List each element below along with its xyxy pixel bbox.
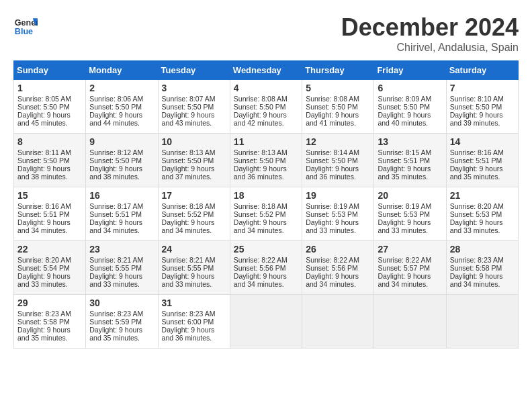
sunrise-text: Sunrise: 8:22 AM xyxy=(234,256,287,264)
day-cell-5: 5Sunrise: 8:08 AMSunset: 5:50 PMDaylight… xyxy=(302,80,374,134)
sunset-text: Sunset: 5:50 PM xyxy=(89,156,142,165)
sunset-text: Sunset: 5:51 PM xyxy=(17,210,70,218)
daylight-text: Daylight: 9 hours and 33 minutes. xyxy=(17,272,71,288)
sunrise-text: Sunrise: 8:09 AM xyxy=(378,95,431,103)
daylight-text: Daylight: 9 hours and 35 minutes. xyxy=(89,326,142,342)
sunset-text: Sunset: 5:50 PM xyxy=(234,156,286,165)
day-number: 24 xyxy=(162,244,226,255)
day-cell-13: 13Sunrise: 8:15 AMSunset: 5:51 PMDayligh… xyxy=(374,134,446,187)
header-row: SundayMondayTuesdayWednesdayThursdayFrid… xyxy=(14,61,519,80)
day-cell-9: 9Sunrise: 8:12 AMSunset: 5:50 PMDaylight… xyxy=(86,134,158,187)
day-cell-29: 29Sunrise: 8:23 AMSunset: 5:58 PMDayligh… xyxy=(14,295,86,349)
day-cell-3: 3Sunrise: 8:07 AMSunset: 5:50 PMDaylight… xyxy=(158,80,230,134)
day-number: 9 xyxy=(89,136,154,147)
day-cell-18: 18Sunrise: 8:18 AMSunset: 5:52 PMDayligh… xyxy=(230,187,302,241)
sunset-text: Sunset: 5:51 PM xyxy=(378,156,430,165)
day-number: 4 xyxy=(234,83,298,93)
sunrise-text: Sunrise: 8:05 AM xyxy=(17,95,71,103)
day-cell-11: 11Sunrise: 8:13 AMSunset: 5:50 PMDayligh… xyxy=(230,134,302,187)
day-number: 26 xyxy=(306,244,370,255)
day-number: 31 xyxy=(162,298,226,308)
sunset-text: Sunset: 5:52 PM xyxy=(234,210,286,218)
day-number: 27 xyxy=(378,244,442,255)
day-number: 6 xyxy=(378,83,442,93)
sunrise-text: Sunrise: 8:11 AM xyxy=(17,148,71,156)
sunset-text: Sunset: 5:52 PM xyxy=(162,210,214,218)
sunrise-text: Sunrise: 8:20 AM xyxy=(450,202,504,210)
sunset-text: Sunset: 5:51 PM xyxy=(89,210,142,218)
sunset-text: Sunset: 5:57 PM xyxy=(378,264,430,272)
week-row-1: 1Sunrise: 8:05 AMSunset: 5:50 PMDaylight… xyxy=(14,80,519,134)
day-cell-4: 4Sunrise: 8:08 AMSunset: 5:50 PMDaylight… xyxy=(230,80,302,134)
sunrise-text: Sunrise: 8:20 AM xyxy=(17,256,71,264)
day-cell-31: 31Sunrise: 8:23 AMSunset: 6:00 PMDayligh… xyxy=(158,295,230,349)
day-number: 23 xyxy=(89,244,154,255)
sunset-text: Sunset: 5:50 PM xyxy=(306,156,358,165)
day-cell-17: 17Sunrise: 8:18 AMSunset: 5:52 PMDayligh… xyxy=(158,187,230,241)
daylight-text: Daylight: 9 hours and 33 minutes. xyxy=(450,218,503,234)
sunrise-text: Sunrise: 8:22 AM xyxy=(306,256,359,264)
daylight-text: Daylight: 9 hours and 39 minutes. xyxy=(450,111,503,127)
sunrise-text: Sunrise: 8:07 AM xyxy=(162,95,216,103)
sunrise-text: Sunrise: 8:10 AM xyxy=(450,95,504,103)
sunset-text: Sunset: 5:50 PM xyxy=(17,103,70,111)
svg-text:Blue: Blue xyxy=(15,27,33,36)
day-number: 30 xyxy=(89,298,154,308)
sunrise-text: Sunrise: 8:13 AM xyxy=(162,148,216,156)
daylight-text: Daylight: 9 hours and 34 minutes. xyxy=(234,218,287,234)
day-header-monday: Monday xyxy=(86,61,158,80)
sunrise-text: Sunrise: 8:12 AM xyxy=(89,148,143,156)
day-number: 29 xyxy=(17,298,82,308)
sunset-text: Sunset: 5:50 PM xyxy=(162,103,214,111)
daylight-text: Daylight: 9 hours and 36 minutes. xyxy=(162,326,215,342)
day-number: 28 xyxy=(450,244,515,255)
week-row-5: 29Sunrise: 8:23 AMSunset: 5:58 PMDayligh… xyxy=(14,295,519,349)
daylight-text: Daylight: 9 hours and 35 minutes. xyxy=(378,165,431,181)
day-cell-20: 20Sunrise: 8:19 AMSunset: 5:53 PMDayligh… xyxy=(374,187,446,241)
day-cell-2: 2Sunrise: 8:06 AMSunset: 5:50 PMDaylight… xyxy=(86,80,158,134)
daylight-text: Daylight: 9 hours and 34 minutes. xyxy=(306,272,359,288)
day-number: 13 xyxy=(378,136,442,147)
day-header-wednesday: Wednesday xyxy=(230,61,302,80)
day-cell-1: 1Sunrise: 8:05 AMSunset: 5:50 PMDaylight… xyxy=(14,80,86,134)
daylight-text: Daylight: 9 hours and 38 minutes. xyxy=(89,165,142,181)
daylight-text: Daylight: 9 hours and 33 minutes. xyxy=(378,218,431,234)
day-cell-10: 10Sunrise: 8:13 AMSunset: 5:50 PMDayligh… xyxy=(158,134,230,187)
day-number: 1 xyxy=(17,83,82,93)
sunrise-text: Sunrise: 8:23 AM xyxy=(162,310,216,318)
sunrise-text: Sunrise: 8:08 AM xyxy=(306,95,359,103)
day-cell-12: 12Sunrise: 8:14 AMSunset: 5:50 PMDayligh… xyxy=(302,134,374,187)
sunrise-text: Sunrise: 8:19 AM xyxy=(378,202,431,210)
day-number: 7 xyxy=(450,83,515,93)
day-number: 17 xyxy=(162,190,226,201)
day-cell-30: 30Sunrise: 8:23 AMSunset: 5:59 PMDayligh… xyxy=(86,295,158,349)
day-cell-15: 15Sunrise: 8:16 AMSunset: 5:51 PMDayligh… xyxy=(14,187,86,241)
day-cell-25: 25Sunrise: 8:22 AMSunset: 5:56 PMDayligh… xyxy=(230,241,302,295)
sunset-text: Sunset: 5:56 PM xyxy=(234,264,286,272)
sunrise-text: Sunrise: 8:23 AM xyxy=(17,310,71,318)
day-cell-28: 28Sunrise: 8:23 AMSunset: 5:58 PMDayligh… xyxy=(446,241,518,295)
sunset-text: Sunset: 5:50 PM xyxy=(378,103,430,111)
daylight-text: Daylight: 9 hours and 34 minutes. xyxy=(234,272,287,288)
daylight-text: Daylight: 9 hours and 40 minutes. xyxy=(378,111,431,127)
daylight-text: Daylight: 9 hours and 36 minutes. xyxy=(234,165,287,181)
day-header-sunday: Sunday xyxy=(14,61,86,80)
daylight-text: Daylight: 9 hours and 36 minutes. xyxy=(306,165,359,181)
daylight-text: Daylight: 9 hours and 34 minutes. xyxy=(17,218,71,234)
daylight-text: Daylight: 9 hours and 37 minutes. xyxy=(162,165,215,181)
daylight-text: Daylight: 9 hours and 35 minutes. xyxy=(450,165,503,181)
page-header: General Blue December 2024 Chirivel, And… xyxy=(13,13,519,54)
sunrise-text: Sunrise: 8:22 AM xyxy=(378,256,431,264)
sunset-text: Sunset: 5:50 PM xyxy=(450,103,502,111)
daylight-text: Daylight: 9 hours and 34 minutes. xyxy=(450,272,503,288)
day-number: 8 xyxy=(17,136,82,147)
daylight-text: Daylight: 9 hours and 34 minutes. xyxy=(378,272,431,288)
sunrise-text: Sunrise: 8:18 AM xyxy=(162,202,216,210)
day-number: 15 xyxy=(17,190,82,201)
daylight-text: Daylight: 9 hours and 34 minutes. xyxy=(89,218,142,234)
daylight-text: Daylight: 9 hours and 33 minutes. xyxy=(306,218,359,234)
sunset-text: Sunset: 5:50 PM xyxy=(162,156,214,165)
sunrise-text: Sunrise: 8:18 AM xyxy=(234,202,287,210)
sunset-text: Sunset: 5:50 PM xyxy=(306,103,358,111)
day-cell-23: 23Sunrise: 8:21 AMSunset: 5:55 PMDayligh… xyxy=(86,241,158,295)
